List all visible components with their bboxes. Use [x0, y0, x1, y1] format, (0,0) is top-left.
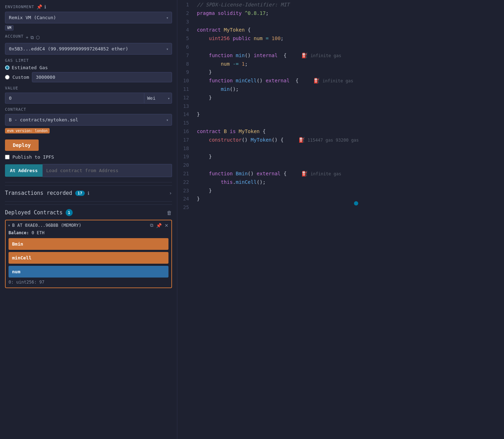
balance-label: Balance: [9, 230, 29, 235]
delete-all-contracts-button[interactable]: 🗑 [167, 210, 172, 216]
line-num: 6 [181, 43, 189, 51]
account-label-row: ACCOUNT + ⧉ ⬡ [5, 34, 172, 41]
publish-ipfs-checkbox[interactable] [5, 155, 10, 159]
line-num: 1 [181, 1, 189, 9]
line-num: 4 [181, 26, 189, 34]
transactions-header[interactable]: Transactions recorded 17 ℹ › [5, 190, 172, 196]
chevron-right-icon: › [169, 190, 172, 196]
environment-select-wrapper[interactable]: Remix VM (Cancun) ▾ [5, 12, 172, 23]
contract-select[interactable]: B - contracts/mytoken.sol [5, 114, 172, 126]
line-num: 8 [181, 60, 189, 68]
line-num: 7 [181, 51, 189, 60]
contract-instance: ▾ B AT 0XAE0...96B8B (MEMORY) ⧉ 📌 ✕ Bala… [5, 220, 172, 288]
value-unit-select[interactable]: Wei Gwei Finney Ether [144, 93, 172, 104]
custom-gas-row: Custom 3000000 [5, 72, 172, 82]
custom-gas-input[interactable]: 3000000 [32, 72, 172, 82]
publish-ipfs-label: Publish to IPFS [12, 154, 54, 160]
line-numbers: 1 2 3 4 5 6 7 8 9 10 11 12 13 14 15 16 1… [177, 0, 193, 439]
line-num: 18 [181, 144, 189, 153]
line-num: 19 [181, 153, 189, 161]
instance-expand-icon[interactable]: ▾ [8, 223, 10, 228]
instance-actions: ⧉ 📌 ✕ [150, 223, 168, 228]
num-function-button[interactable]: num [9, 266, 168, 278]
transactions-title-row: Transactions recorded 17 ℹ [5, 190, 89, 196]
deployed-contracts-title: Deployed Contracts [5, 209, 63, 216]
environment-label: ENVIRONMENT 📌 ℹ [5, 4, 172, 10]
value-label: VALUE [5, 86, 172, 90]
at-address-row: At Address [5, 164, 172, 177]
deployed-contracts-header: Deployed Contracts 1 🗑 [5, 209, 172, 216]
value-section: VALUE Wei Gwei Finney Ether ▾ [5, 86, 172, 104]
bmin-function-button[interactable]: Bmin [9, 238, 168, 250]
contract-section: CONTRACT B - contracts/mytoken.sol ▾ evm… [5, 107, 172, 136]
line-num: 24 [181, 195, 189, 203]
transactions-info-icon: ℹ [88, 191, 89, 196]
copy-account-button[interactable]: ⧉ [31, 35, 34, 40]
deployed-count-badge: 1 [66, 209, 73, 216]
environment-select[interactable]: Remix VM (Cancun) [5, 12, 172, 23]
evm-version-badge: evm version: london [5, 128, 50, 133]
custom-gas-radio[interactable] [5, 75, 10, 79]
line-num: 5 [181, 34, 189, 43]
transactions-count-badge: 17 [75, 191, 85, 196]
mincell-function-button[interactable]: minCell [9, 252, 168, 264]
value-input[interactable] [5, 93, 144, 104]
line-num: 14 [181, 110, 189, 119]
line-num: 16 [181, 127, 189, 136]
instance-header: ▾ B AT 0XAE0...96B8B (MEMORY) ⧉ 📌 ✕ [6, 223, 171, 230]
line-num: 12 [181, 94, 189, 102]
gas-limit-label: GAS LIMIT [5, 58, 172, 63]
line-num: 10 [181, 77, 189, 85]
vm-badge: VM [5, 25, 13, 31]
contract-label: CONTRACT [5, 107, 172, 112]
deployed-title-row: Deployed Contracts 1 [5, 209, 73, 216]
line-num: 11 [181, 85, 189, 94]
contract-select-wrapper[interactable]: B - contracts/mytoken.sol ▾ [5, 114, 172, 126]
left-panel: ENVIRONMENT 📌 ℹ Remix VM (Cancun) ▾ VM A… [0, 0, 177, 439]
add-account-button[interactable]: + [26, 35, 29, 40]
pin-instance-button[interactable]: 📌 [156, 223, 162, 228]
pin-icon: 📌 [37, 4, 43, 10]
deployed-section: Deployed Contracts 1 🗑 ▾ B AT 0XAE0...96… [5, 204, 172, 288]
value-unit-wrapper[interactable]: Wei Gwei Finney Ether ▾ [144, 93, 172, 104]
line-num: 13 [181, 102, 189, 111]
line-num: 3 [181, 18, 189, 26]
value-row: Wei Gwei Finney Ether ▾ [5, 93, 172, 104]
custom-gas-label: Custom [12, 75, 29, 80]
estimated-gas-radio[interactable] [5, 65, 10, 70]
environment-section: ENVIRONMENT 📌 ℹ Remix VM (Cancun) ▾ VM [5, 4, 172, 31]
estimated-gas-label: Estimated Gas [12, 65, 48, 70]
line-num: 17 [181, 136, 189, 144]
at-address-input[interactable] [43, 164, 172, 177]
line-num: 25 [181, 203, 189, 212]
account-select-wrapper[interactable]: 0x5B3...eddC4 (99.999999999997264852 eth… [5, 43, 172, 55]
code-content: // SPDX-License-Identifier: MIT pragma s… [193, 0, 504, 439]
line-num: 2 [181, 9, 189, 18]
return-value: 0: uint256: 97 [6, 278, 171, 285]
account-select[interactable]: 0x5B3...eddC4 (99.999999999997264852 eth… [5, 43, 172, 55]
line-num: 22 [181, 178, 189, 187]
instance-name: B AT 0XAE0...96B8B (MEMORY) [12, 223, 81, 228]
code-editor: 1 2 3 4 5 6 7 8 9 10 11 12 13 14 15 16 1… [177, 0, 504, 439]
code-editor-panel: 1 2 3 4 5 6 7 8 9 10 11 12 13 14 15 16 1… [177, 0, 504, 439]
close-instance-button[interactable]: ✕ [165, 223, 168, 228]
estimated-gas-row[interactable]: Estimated Gas [5, 65, 172, 70]
account-label: ACCOUNT [5, 34, 24, 39]
line-num: 15 [181, 119, 189, 127]
at-address-button[interactable]: At Address [5, 164, 43, 177]
line-num: 20 [181, 161, 189, 170]
line-num: 9 [181, 68, 189, 77]
gas-section: GAS LIMIT Estimated Gas Custom 3000000 [5, 58, 172, 82]
balance-row: Balance: 0 ETH [6, 230, 171, 238]
transactions-section: Transactions recorded 17 ℹ › [5, 185, 172, 196]
deploy-button[interactable]: Deploy [5, 139, 39, 151]
publish-row: Publish to IPFS [5, 154, 172, 160]
balance-value: 0 ETH [32, 230, 44, 235]
instance-name-row[interactable]: ▾ B AT 0XAE0...96B8B (MEMORY) [8, 223, 81, 228]
line-num: 21 [181, 170, 189, 178]
copy-instance-button[interactable]: ⧉ [150, 223, 153, 228]
external-account-button[interactable]: ⬡ [36, 35, 40, 40]
account-section: ACCOUNT + ⧉ ⬡ 0x5B3...eddC4 (99.99999999… [5, 34, 172, 55]
info-icon: ℹ [44, 4, 46, 10]
transactions-title: Transactions recorded [5, 190, 72, 196]
